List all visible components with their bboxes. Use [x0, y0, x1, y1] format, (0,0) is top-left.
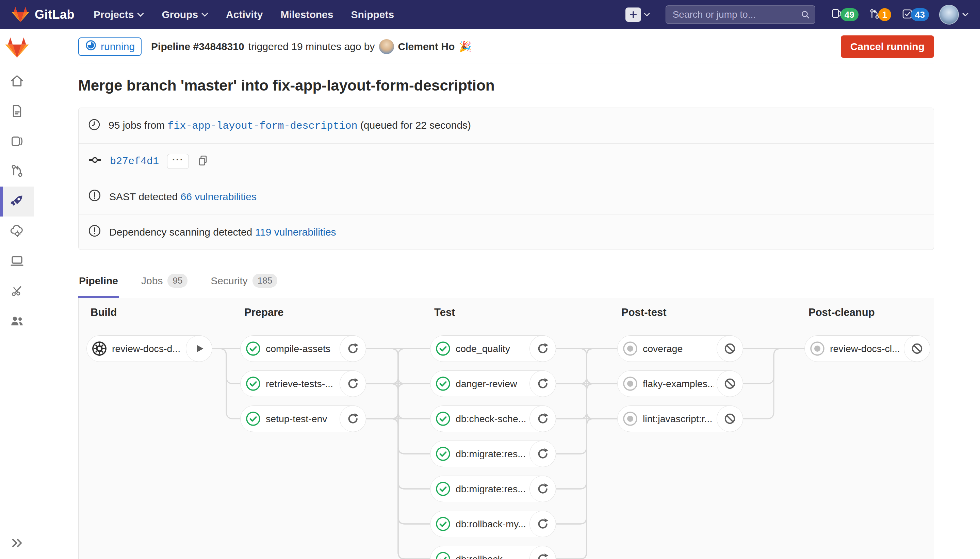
retry-button[interactable] — [340, 335, 366, 362]
todos-counter[interactable]: 43 — [901, 8, 929, 21]
merge-requests-counter[interactable]: 1 — [869, 8, 891, 21]
issues-count-badge: 49 — [840, 8, 858, 21]
sidebar-item-operations[interactable] — [0, 217, 34, 246]
sidebar-item-repository[interactable] — [0, 97, 34, 127]
commit-sha-link[interactable]: b27ef4d1 — [110, 155, 159, 167]
stage-test: Testcode_qualitydanger-reviewdb:check-sc… — [430, 298, 556, 559]
nav-item-activity[interactable]: Activity — [226, 9, 263, 20]
job-pill[interactable]: danger-review — [430, 370, 556, 397]
cancel-button[interactable] — [717, 370, 743, 397]
retry-button[interactable] — [530, 476, 556, 502]
nav-item-groups[interactable]: Groups — [162, 9, 208, 20]
cancel-button[interactable] — [904, 335, 931, 362]
nav-item-projects[interactable]: Projects — [94, 9, 144, 20]
logo-text: GitLab — [35, 8, 74, 22]
issues-counter[interactable]: 49 — [831, 8, 858, 21]
job-pill[interactable]: lint:javascript:r... — [617, 405, 743, 432]
trigger-user-avatar[interactable] — [379, 39, 394, 54]
job-pill[interactable]: flaky-examples... — [617, 370, 743, 397]
retry-button[interactable] — [530, 546, 556, 559]
retry-button[interactable] — [530, 405, 556, 432]
job-pill[interactable]: coverage — [617, 335, 743, 362]
wiki-icon — [9, 253, 25, 270]
retry-button[interactable] — [530, 335, 556, 362]
status-created-icon — [622, 410, 638, 427]
branch-link[interactable]: fix-app-layout-form-description — [167, 120, 357, 132]
retry-button[interactable] — [530, 370, 556, 397]
retry-button[interactable] — [530, 511, 556, 537]
deps-text: Dependency scanning detected 119 vulnera… — [109, 227, 336, 238]
sidebar-item-members[interactable] — [0, 306, 34, 336]
pipeline-status-badge[interactable]: running — [78, 38, 142, 56]
status-success-icon — [435, 375, 451, 392]
job-name: review-docs-cl... — [830, 343, 900, 354]
sast-vulnerabilities-link[interactable]: 66 vulnerabilities — [181, 191, 257, 202]
cancel-button[interactable] — [717, 335, 743, 362]
nav-item-snippets[interactable]: Snippets — [351, 9, 394, 20]
job-name: setup-test-env — [266, 413, 327, 425]
tab-pipeline[interactable]: Pipeline — [78, 269, 119, 298]
job-pill[interactable]: db:rollback-... — [430, 546, 556, 559]
status-success-icon — [245, 341, 261, 357]
job-name: review-docs-d... — [112, 343, 180, 354]
jobs-summary-text: 95 jobs from fix-app-layout-form-descrip… — [109, 119, 471, 132]
project-avatar[interactable] — [5, 36, 29, 58]
tab-jobs[interactable]: Jobs95 — [140, 269, 188, 298]
status-success-icon — [435, 551, 451, 559]
job-pill[interactable]: db:migrate:res... — [430, 476, 556, 502]
retry-button[interactable] — [340, 405, 366, 432]
search-input[interactable] — [666, 5, 815, 24]
chevron-down-icon — [962, 13, 968, 17]
job-pill[interactable]: review-docs-d... — [86, 335, 212, 362]
cancel-running-button[interactable]: Cancel running — [841, 35, 934, 58]
job-pill[interactable]: db:rollback-my... — [430, 511, 556, 537]
alert-circle-icon — [88, 224, 101, 240]
tanuki-icon — [12, 6, 29, 23]
job-pill[interactable]: compile-assets — [240, 335, 366, 362]
sidebar-item-snippets[interactable] — [0, 276, 34, 306]
copy-icon — [197, 155, 209, 168]
retry-button[interactable] — [530, 440, 556, 467]
deps-vulnerabilities-link[interactable]: 119 vulnerabilities — [255, 227, 336, 238]
job-pill[interactable]: review-docs-cl... — [804, 335, 931, 362]
running-spinner-icon — [85, 40, 97, 53]
job-pill[interactable]: db:check-sche... — [430, 405, 556, 432]
sidebar-item-merge-requests[interactable] — [0, 157, 34, 187]
status-success-icon — [435, 516, 451, 532]
search-box — [666, 5, 815, 24]
user-menu[interactable] — [939, 5, 968, 25]
jobs-summary-row: 95 jobs from fix-app-layout-form-descrip… — [79, 108, 934, 143]
status-success-icon — [435, 446, 451, 462]
gitlab-logo[interactable]: GitLab — [12, 6, 74, 23]
job-pill[interactable]: setup-test-env — [240, 405, 366, 432]
job-name: db:rollback-... — [455, 554, 514, 559]
todos-count-badge: 43 — [911, 8, 929, 21]
sidebar-item-project-overview[interactable] — [0, 67, 34, 97]
sidebar-collapse-toggle[interactable] — [0, 528, 34, 559]
copy-commit-button[interactable] — [197, 155, 209, 168]
commit-description-toggle[interactable]: ··· — [167, 154, 189, 169]
trigger-user-name: Clement Ho — [398, 41, 455, 53]
main-content: running Pipeline #34848310 triggered 19 … — [34, 29, 980, 559]
nav-menu: Projects Groups Activity Milestones Snip… — [94, 9, 394, 20]
nav-item-milestones[interactable]: Milestones — [280, 9, 333, 20]
retry-button[interactable] — [340, 370, 366, 397]
pipeline-meta: Pipeline #34848310 triggered 19 minutes … — [151, 39, 472, 54]
alert-circle-icon — [88, 189, 101, 204]
job-name: db:migrate:res... — [455, 448, 526, 460]
sidebar-item-issues[interactable] — [0, 127, 34, 157]
tab-security[interactable]: Security185 — [210, 269, 278, 298]
job-pill[interactable]: db:migrate:res... — [430, 440, 556, 467]
new-menu-button[interactable] — [625, 8, 650, 22]
status-success-icon — [435, 481, 451, 497]
cancel-button[interactable] — [717, 405, 743, 432]
chevron-down-icon — [644, 13, 650, 17]
job-pill[interactable]: code_quality — [430, 335, 556, 362]
job-name: coverage — [643, 343, 683, 354]
job-pill[interactable]: retrieve-tests-... — [240, 370, 366, 397]
sidebar-item-wiki[interactable] — [0, 246, 34, 276]
play-button[interactable] — [186, 335, 212, 362]
stage-build: Buildreview-docs-d... — [86, 298, 212, 559]
merge-requests-count-badge: 1 — [878, 8, 891, 21]
sidebar-item-ci-cd[interactable] — [0, 187, 34, 217]
